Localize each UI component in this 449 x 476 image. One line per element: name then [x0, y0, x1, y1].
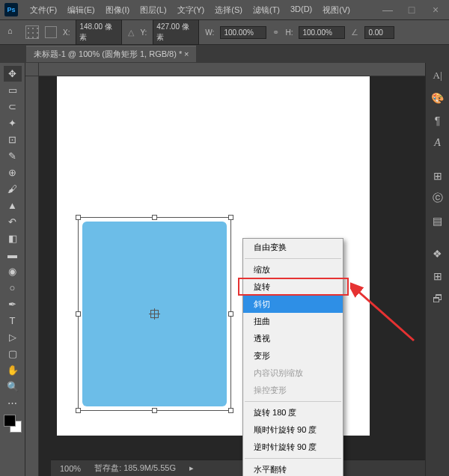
shape-tool[interactable]: ▢	[4, 346, 22, 361]
eyedropper-tool[interactable]: ✎	[4, 148, 22, 164]
x-label: X:	[63, 28, 70, 37]
angle-field[interactable]: 0.00	[364, 26, 394, 39]
ctx-rotate-180[interactable]: 旋转 180 度	[243, 404, 343, 421]
menu-image[interactable]: 图像(I)	[101, 2, 134, 18]
menu-select[interactable]: 选择(S)	[210, 2, 247, 18]
paragraph-panel-icon[interactable]: ¶	[430, 114, 445, 127]
marquee-tool[interactable]: ▭	[4, 82, 22, 98]
handle-bot-right[interactable]	[228, 408, 233, 413]
history-panel-icon[interactable]: 🗗	[430, 292, 445, 305]
status-bar: 100% 暂存盘: 185.9M/5.55G ▸	[51, 460, 425, 476]
blur-tool[interactable]: ◉	[4, 263, 22, 279]
ctx-rotate-ccw[interactable]: 逆时针旋转 90 度	[243, 439, 343, 456]
wand-tool[interactable]: ✦	[4, 115, 22, 131]
ctx-rotate-cw[interactable]: 顺时针旋转 90 度	[243, 421, 343, 439]
ctx-puppet-warp: 操控变形	[243, 382, 343, 399]
ctx-warp[interactable]: 变形	[243, 347, 343, 364]
handle-mid-left[interactable]	[76, 311, 81, 317]
edit-toolbar[interactable]: ⋯	[4, 395, 22, 411]
swatches-panel-icon[interactable]: ⊞	[430, 269, 445, 283]
cloud-panel-icon[interactable]: ⓒ	[430, 192, 445, 205]
link-icon[interactable]: ⚭	[272, 28, 279, 37]
menubar: 文件(F) 编辑(E) 图像(I) 图层(L) 文字(Y) 选择(S) 滤镜(T…	[25, 2, 355, 18]
transform-bounding-box[interactable]	[78, 217, 231, 411]
ctx-separator	[245, 258, 341, 259]
y-field[interactable]: 427.00 像素	[153, 19, 199, 45]
toolbox: ✥ ▭ ⊂ ✦ ⊡ ✎ ⊕ 🖌 ▲ ↶ ◧ ▬ ◉ ○ ✒ T ▷ ▢ ✋ 🔍 …	[0, 63, 25, 476]
hand-tool[interactable]: ✋	[4, 362, 22, 378]
zoom-tool[interactable]: 🔍	[4, 379, 22, 394]
w-label: W:	[205, 28, 214, 37]
lasso-tool[interactable]: ⊂	[4, 99, 22, 115]
tab-close-icon[interactable]: ×	[184, 49, 189, 58]
w-field[interactable]: 100.00%	[220, 26, 266, 39]
triangle-icon[interactable]: △	[128, 28, 134, 37]
document-tab[interactable]: 未标题-1 @ 100% (圆角矩形 1, RGB/8) * ×	[26, 46, 196, 62]
menu-3d[interactable]: 3D(D)	[286, 2, 317, 18]
ruler-vertical[interactable]	[25, 76, 39, 476]
angle-icon: ∠	[351, 28, 358, 37]
ctx-scale[interactable]: 缩放	[243, 261, 343, 278]
menu-layer[interactable]: 图层(L)	[135, 2, 171, 18]
color-panel-icon[interactable]: 🎨	[430, 91, 445, 105]
handle-top-mid[interactable]	[152, 215, 157, 220]
ctx-flip-h[interactable]: 水平翻转	[243, 461, 343, 476]
ctx-separator	[245, 401, 341, 402]
reference-point-icon[interactable]	[25, 25, 39, 39]
handle-top-right[interactable]	[228, 215, 233, 220]
ruler-corner	[25, 63, 39, 76]
maximize-button[interactable]: □	[403, 4, 421, 16]
gradient-tool[interactable]: ▬	[4, 247, 22, 263]
menu-file[interactable]: 文件(F)	[25, 2, 61, 18]
options-bar: ⌂ X: 148.00 像素 △ Y: 427.00 像素 W: 100.00%…	[0, 19, 449, 45]
window-buttons: — □ ×	[379, 4, 445, 16]
pen-tool[interactable]: ✒	[4, 296, 22, 312]
color-swatch[interactable]	[4, 415, 22, 433]
h-field[interactable]: 100.00%	[299, 26, 345, 39]
y-label: Y:	[140, 28, 147, 37]
crop-tool[interactable]: ⊡	[4, 132, 22, 147]
glyph-panel-icon[interactable]: A	[430, 136, 445, 150]
minimize-button[interactable]: —	[379, 4, 397, 16]
status-arrow-icon[interactable]: ▸	[189, 463, 194, 473]
tool-preset-icon[interactable]: ⌂	[7, 26, 19, 38]
heal-tool[interactable]: ⊕	[4, 165, 22, 180]
transform-center[interactable]	[150, 310, 159, 318]
menu-type[interactable]: 文字(Y)	[173, 2, 210, 18]
ctx-perspective[interactable]: 透视	[243, 330, 343, 347]
document-tabs: 未标题-1 @ 100% (圆角矩形 1, RGB/8) * ×	[0, 45, 449, 63]
workspace: ✥ ▭ ⊂ ✦ ⊡ ✎ ⊕ 🖌 ▲ ↶ ◧ ▬ ◉ ○ ✒ T ▷ ▢ ✋ 🔍 …	[0, 63, 449, 476]
dodge-tool[interactable]: ○	[4, 280, 22, 296]
eraser-tool[interactable]: ◧	[4, 231, 22, 246]
move-tool[interactable]: ✥	[4, 66, 22, 82]
stamp-tool[interactable]: ▲	[4, 198, 22, 213]
relative-icon[interactable]	[45, 26, 57, 38]
ctx-separator	[245, 458, 341, 459]
menu-view[interactable]: 视图(V)	[318, 2, 355, 18]
path-tool[interactable]: ▷	[4, 329, 22, 345]
x-field[interactable]: 148.00 像素	[76, 19, 122, 45]
libraries-panel-icon[interactable]: ⊞	[430, 169, 445, 183]
menu-filter[interactable]: 滤镜(T)	[248, 2, 284, 18]
layers-panel-icon[interactable]: ❖	[430, 247, 445, 260]
type-tool[interactable]: T	[4, 313, 22, 329]
ctx-distort[interactable]: 扭曲	[243, 313, 343, 330]
tab-label: 未标题-1 @ 100% (圆角矩形 1, RGB/8) *	[34, 49, 182, 58]
ctx-skew[interactable]: 斜切	[243, 296, 343, 313]
close-button[interactable]: ×	[427, 4, 445, 16]
ruler-horizontal[interactable]	[39, 63, 425, 76]
h-label: H:	[285, 28, 293, 37]
ps-logo: Ps	[4, 3, 18, 16]
handle-bot-mid[interactable]	[152, 408, 157, 413]
history-tool[interactable]: ↶	[4, 214, 22, 230]
brush-tool[interactable]: 🖌	[4, 181, 22, 197]
menu-edit[interactable]: 编辑(E)	[63, 2, 100, 18]
zoom-level[interactable]: 100%	[60, 464, 81, 473]
handle-mid-right[interactable]	[228, 311, 233, 317]
character-panel-icon[interactable]: A|	[430, 69, 445, 82]
ctx-free-transform[interactable]: 自由变换	[243, 239, 343, 256]
ctx-rotate[interactable]: 旋转	[243, 278, 343, 296]
adjustments-panel-icon[interactable]: ▤	[430, 214, 445, 228]
handle-top-left[interactable]	[76, 215, 81, 220]
handle-bot-left[interactable]	[76, 408, 81, 413]
